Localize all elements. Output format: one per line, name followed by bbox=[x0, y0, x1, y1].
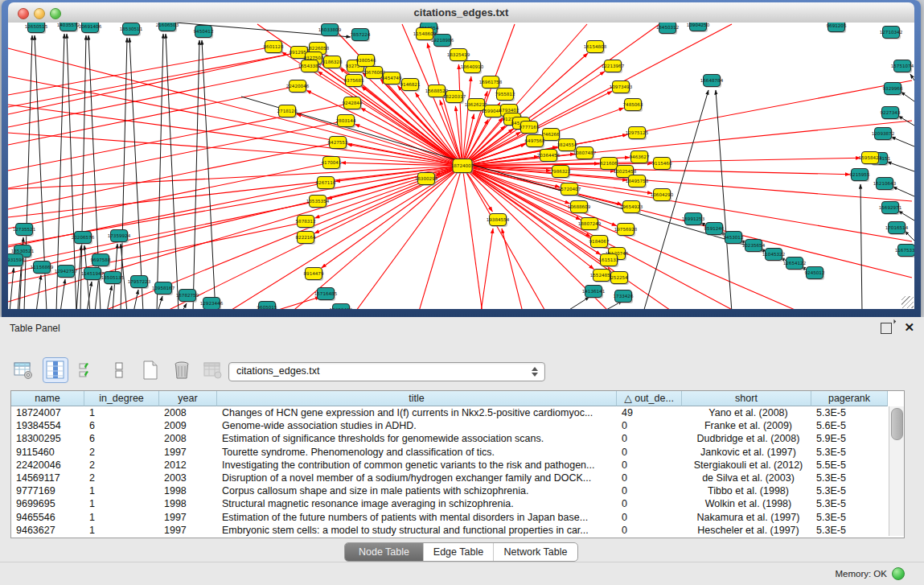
graph-node[interactable]: 16210643 bbox=[873, 178, 897, 192]
column-header-in_degree[interactable]: in_degree bbox=[84, 391, 159, 406]
graph-node[interactable]: 18495758 bbox=[626, 175, 649, 189]
table-row[interactable]: 1938455462009Genome-wide association stu… bbox=[11, 419, 889, 432]
column-header-name[interactable]: name bbox=[11, 391, 84, 406]
graph-node[interactable]: 16648784 bbox=[700, 75, 724, 89]
column-header-short[interactable]: short bbox=[682, 391, 811, 406]
graph-node[interactable]: 12923446 bbox=[200, 298, 224, 310]
graph-node[interactable]: 9329966 bbox=[883, 83, 903, 97]
table-select-combo[interactable]: citations_edges.txt bbox=[228, 362, 545, 381]
graph-node[interactable]: 11045322 bbox=[762, 249, 785, 262]
graph-node[interactable]: 9450412 bbox=[194, 26, 214, 39]
graph-node[interactable]: 6497568 bbox=[525, 135, 545, 149]
graph-node[interactable]: 9245012 bbox=[805, 267, 825, 281]
graph-node[interactable]: 1733426 bbox=[614, 290, 634, 304]
graph-node[interactable]: 7986322 bbox=[551, 166, 571, 179]
table-row[interactable]: 946554611997Estimation of the future num… bbox=[11, 511, 889, 524]
graph-node[interactable]: 9375685 bbox=[344, 75, 364, 89]
graph-node[interactable]: 9115460 bbox=[652, 158, 672, 171]
graph-node[interactable]: 12710342 bbox=[880, 27, 902, 40]
graph-node[interactable]: 20206576 bbox=[72, 232, 95, 245]
graph-node[interactable]: 7955812 bbox=[495, 89, 515, 102]
select-rows-icon[interactable] bbox=[76, 358, 100, 382]
graph-node[interactable]: 21606503 bbox=[156, 23, 179, 32]
graph-node[interactable]: 18220317 bbox=[443, 91, 466, 105]
table-row[interactable]: 911546021997Tourette syndrome. Phenomeno… bbox=[11, 446, 889, 459]
graph-node[interactable]: 12650515 bbox=[25, 23, 48, 34]
graph-node[interactable]: 19654923 bbox=[620, 201, 643, 215]
graph-node[interactable]: 12093872 bbox=[872, 128, 894, 142]
graph-node[interactable]: 9777169 bbox=[519, 122, 540, 135]
graph-node[interactable]: 2718120 bbox=[277, 105, 298, 119]
resize-grip[interactable] bbox=[901, 296, 914, 308]
float-panel-icon[interactable] bbox=[881, 323, 892, 334]
graph-node[interactable]: 15958423 bbox=[859, 152, 882, 166]
graph-node[interactable]: 11548609 bbox=[413, 28, 437, 42]
tab-network-table[interactable]: Network Table bbox=[494, 543, 577, 561]
graph-node[interactable]: 18640910 bbox=[461, 61, 484, 75]
graph-node[interactable]: 8267110 bbox=[316, 177, 336, 191]
graph-node[interactable]: 10352466 bbox=[330, 304, 353, 310]
graph-node[interactable]: 9605015 bbox=[257, 302, 277, 310]
graph-node[interactable]: 12654122 bbox=[783, 257, 806, 271]
graph-node[interactable]: 8427552 bbox=[328, 137, 348, 150]
table-row[interactable]: 1456911722003Disruption of a novel membe… bbox=[11, 472, 889, 484]
graph-node[interactable]: 18724007 bbox=[451, 159, 474, 175]
column-header-title[interactable]: title bbox=[217, 391, 617, 406]
window-titlebar[interactable]: citations_edges.txt bbox=[8, 2, 914, 23]
graph-node[interactable]: 16033809 bbox=[318, 24, 342, 38]
graph-node[interactable]: 9380546 bbox=[356, 55, 376, 68]
graph-node[interactable]: 13535354 bbox=[306, 196, 330, 209]
graph-node[interactable]: 18325419 bbox=[447, 49, 470, 63]
graph-node[interactable]: 22420046 bbox=[286, 80, 310, 94]
graph-node[interactable]: 10604290 bbox=[651, 189, 674, 203]
graph-node[interactable]: 4170041 bbox=[322, 157, 342, 171]
graph-node[interactable]: 10958167 bbox=[152, 282, 175, 296]
graph-node[interactable]: 10904250 bbox=[687, 23, 710, 32]
graph-node[interactable]: 9463627 bbox=[630, 151, 650, 165]
graph-node[interactable]: 9242844 bbox=[343, 97, 363, 111]
graph-node[interactable]: 17016514 bbox=[885, 222, 909, 236]
graph-node[interactable]: 15751074 bbox=[891, 60, 914, 74]
graph-node[interactable]: 8601128 bbox=[264, 41, 284, 55]
graph-node[interactable]: 17957223 bbox=[128, 276, 151, 290]
graph-node[interactable]: 8591246 bbox=[704, 223, 725, 237]
column-header-year[interactable]: year bbox=[159, 391, 217, 406]
graph-node[interactable]: 19384554 bbox=[487, 214, 510, 228]
graph-node[interactable]: 2803144 bbox=[336, 115, 356, 129]
graph-node[interactable]: 16991253 bbox=[682, 213, 705, 227]
table-row[interactable]: 1830029562008Estimation of significance … bbox=[11, 432, 889, 445]
graph-node[interactable]: 8454749 bbox=[382, 72, 402, 86]
table-row[interactable]: 1872400712008Changes of HCN gene express… bbox=[11, 406, 889, 419]
delete-column-icon[interactable] bbox=[170, 358, 194, 382]
row-height-icon[interactable] bbox=[107, 358, 131, 382]
graph-node[interactable]: 15692971 bbox=[879, 202, 902, 216]
table-row[interactable]: 946362711997Embryonic stem cells: a mode… bbox=[11, 524, 889, 537]
graph-node[interactable]: 16543382 bbox=[298, 60, 321, 74]
graph-node[interactable]: 16961758 bbox=[479, 76, 503, 90]
graph-node[interactable]: 15720407 bbox=[558, 183, 581, 197]
graph-node[interactable]: 9146821 bbox=[400, 79, 421, 93]
graph-node[interactable]: 13505135 bbox=[101, 272, 125, 286]
graph-node[interactable]: 5878312 bbox=[296, 216, 316, 229]
graph-node[interactable]: 12735521 bbox=[13, 224, 36, 237]
close-panel-icon[interactable]: ✕ bbox=[904, 320, 914, 335]
table-row[interactable]: 977716911998Corpus callosum shape and si… bbox=[11, 484, 889, 497]
graph-node[interactable]: 20364456 bbox=[537, 150, 561, 163]
graph-node[interactable]: 8186328 bbox=[322, 56, 343, 70]
graph-node[interactable]: 11156869 bbox=[31, 262, 54, 275]
graph-node[interactable]: 8215955 bbox=[850, 169, 870, 183]
graph-node[interactable]: 18300295 bbox=[415, 173, 438, 187]
graph-node[interactable]: 9697588 bbox=[91, 254, 111, 268]
graph-node[interactable]: 10807487 bbox=[573, 147, 597, 161]
graph-node[interactable]: 12942757 bbox=[55, 266, 78, 279]
column-visibility-icon[interactable] bbox=[43, 357, 68, 383]
graph-node[interactable]: 9184067 bbox=[589, 236, 610, 249]
graph-node[interactable]: 746266 bbox=[542, 129, 561, 142]
graph-node[interactable]: 9227343 bbox=[881, 107, 901, 121]
graph-node[interactable]: 7857224 bbox=[351, 29, 371, 43]
tab-edge-table[interactable]: Edge Table bbox=[424, 543, 494, 561]
graph-node[interactable]: 16154808 bbox=[584, 41, 607, 55]
graph-node[interactable]: 8914479 bbox=[304, 268, 324, 282]
network-canvas[interactable]: 1265051514035572206914061853051121606503… bbox=[8, 23, 914, 309]
graph-node[interactable]: 10235654 bbox=[742, 240, 766, 253]
